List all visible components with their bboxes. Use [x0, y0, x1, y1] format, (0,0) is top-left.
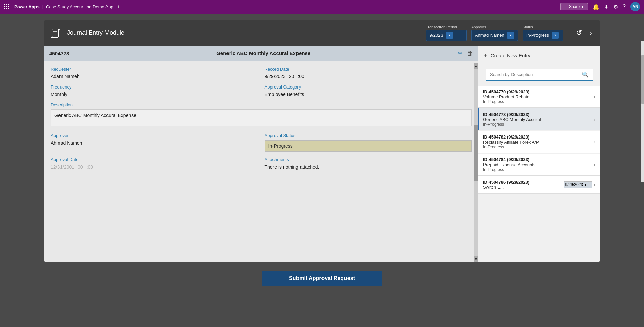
entry-chevron-icon: ›: [594, 139, 595, 145]
approver-control: Approver Ahmad Nameh ▾: [471, 25, 518, 41]
entry-item[interactable]: ID 4504770 (9/29/2023) Volume Product Re…: [478, 86, 600, 108]
bottom-area: Submit Approval Request: [44, 265, 600, 292]
entry-status: In-Progress: [483, 122, 594, 127]
form-id: 4504778: [49, 51, 69, 56]
entry-desc: Volume Product Rebate: [483, 94, 594, 99]
record-date-row: 9/29/2023 20 :00: [265, 74, 472, 79]
entry-item[interactable]: ID 4504782 (9/29/2023) Reclassify Affili…: [478, 131, 600, 153]
search-bar: 🔍: [486, 69, 593, 81]
entry-chevron-icon: ›: [594, 94, 595, 99]
plus-icon: +: [484, 52, 488, 59]
transaction-period-arrow: ▾: [446, 32, 453, 39]
approval-status-value: In-Progress: [265, 140, 472, 152]
form-row-4: Approval Date 12/31/2001 00 :00 Attachme…: [51, 157, 472, 170]
requester-value: Adam Nameh: [51, 74, 258, 79]
share-button[interactable]: ↑ Share ▾: [560, 3, 588, 10]
form-scrollbar[interactable]: ▲ ▼: [474, 63, 478, 262]
approval-category-value: Employee Benefits: [265, 92, 472, 97]
status-dropdown[interactable]: In-Progress ▾: [523, 30, 563, 41]
attachments-value: There is nothing attached.: [265, 164, 472, 170]
user-avatar[interactable]: AN: [630, 2, 640, 11]
entry-status: In-Progress: [483, 167, 594, 172]
status-label: Status: [523, 25, 563, 29]
download-icon[interactable]: ⬇: [604, 4, 609, 10]
form-panel: 4504778 Generic ABC Monthly Accural Expe…: [44, 46, 478, 262]
settings-icon[interactable]: ⚙: [613, 4, 618, 10]
transaction-period-dropdown[interactable]: 9/2023 ▾: [426, 30, 467, 41]
entry-chevron-icon: ›: [594, 117, 595, 122]
approval-category-field: Approval Category Employee Benefits: [265, 84, 472, 97]
top-bar: Power Apps | Case Study Accounting Demo …: [0, 0, 644, 14]
entry-id: ID 4504770 (9/29/2023): [483, 89, 594, 94]
description-input[interactable]: Generic ABC Monthly Accural Expense: [51, 109, 472, 126]
entry-status: In-Progress: [483, 145, 594, 149]
approval-status-label: Approval Status: [265, 133, 472, 138]
top-bar-right: ↑ Share ▾ 🔔 ⬇ ⚙ ? AN: [560, 2, 640, 11]
approver-dropdown[interactable]: Ahmad Nameh ▾: [471, 30, 518, 41]
approval-status-field: Approval Status In-Progress: [265, 133, 472, 152]
requester-label: Requester: [51, 67, 258, 72]
entry-item[interactable]: ID 4504786 (9/29/2023) Switch E... › 9/2…: [478, 176, 600, 194]
list-panel: + Create New Entry 🔍 ID 4504770 (9/29/20…: [478, 46, 600, 262]
entry-id: ID 4504782 (9/29/2023): [483, 134, 594, 140]
share-icon: ↑: [565, 4, 567, 9]
entry-item[interactable]: ID 4504778 (9/29/2023) Generic ABC Month…: [478, 108, 600, 130]
notifications-icon[interactable]: 🔔: [593, 4, 599, 10]
form-body: Requester Adam Nameh Record Date 9/29/20…: [44, 61, 478, 260]
status-control: Status In-Progress ▾: [523, 25, 563, 41]
share-chevron-icon: ▾: [582, 5, 583, 9]
form-row-1: Requester Adam Nameh Record Date 9/29/20…: [51, 67, 472, 79]
waffle-icon[interactable]: [4, 4, 9, 9]
entry-desc: Prepaid Expense Accounts: [483, 162, 594, 167]
app-name: Power Apps: [14, 4, 40, 9]
navigate-forward-button[interactable]: ›: [588, 27, 593, 39]
frequency-value: Monthly: [51, 92, 258, 97]
top-bar-divider: |: [42, 4, 43, 9]
date-dropdown[interactable]: 9/29/2023 ▾: [564, 181, 592, 188]
search-container: 🔍: [478, 66, 600, 86]
entry-info: ID 4504770 (9/29/2023) Volume Product Re…: [483, 89, 594, 104]
frequency-label: Frequency: [51, 84, 258, 90]
create-entry-button[interactable]: + Create New Entry: [478, 46, 600, 66]
form-panel-header: 4504778 Generic ABC Monthly Accural Expe…: [44, 46, 478, 61]
approval-date-row: 12/31/2001 00 :00: [51, 164, 258, 170]
entries-list: ID 4504770 (9/29/2023) Volume Product Re…: [478, 86, 600, 262]
edit-button[interactable]: ✏: [458, 50, 463, 57]
entry-chevron-icon: ›: [594, 162, 595, 167]
approval-category-label: Approval Category: [265, 84, 472, 90]
form-approver-value: Ahmad Nameh: [51, 140, 258, 146]
delete-button[interactable]: 🗑: [467, 50, 473, 57]
record-date-suffix: :00: [297, 74, 304, 79]
content-layout: 4504778 Generic ABC Monthly Accural Expe…: [44, 46, 600, 262]
description-label: Description: [51, 102, 472, 107]
frequency-field: Frequency Monthly: [51, 84, 258, 97]
description-section: Description Generic ABC Monthly Accural …: [51, 102, 472, 126]
approval-date-suffix: :00: [87, 164, 93, 170]
status-arrow: ▾: [552, 32, 559, 39]
submit-approval-button[interactable]: Submit Approval Request: [262, 271, 382, 286]
approval-date-num: 00: [78, 164, 83, 170]
header-controls: Transaction Period 9/2023 ▾ Approver Ahm…: [426, 25, 593, 41]
entry-item[interactable]: ID 4504784 (9/29/2023) Prepaid Expense A…: [478, 154, 600, 176]
transaction-period-control: Transaction Period 9/2023 ▾: [426, 25, 467, 41]
transaction-period-label: Transaction Period: [426, 25, 467, 29]
entry-status: In-Progress: [483, 99, 594, 104]
form-approver-label: Approver: [51, 133, 258, 138]
form-row-2: Frequency Monthly Approval Category Empl…: [51, 84, 472, 97]
entry-desc: Reclassify Affiliate Forex A/P: [483, 140, 594, 145]
approver-field: Approver Ahmad Nameh: [51, 133, 258, 152]
record-date-num: 20: [289, 74, 294, 79]
attachments-label: Attachments: [265, 157, 472, 162]
approval-date-field: Approval Date 12/31/2001 00 :00: [51, 157, 258, 170]
help-icon[interactable]: ?: [623, 4, 626, 10]
entry-info: ID 4504782 (9/29/2023) Reclassify Affili…: [483, 134, 594, 149]
form-header-icons: ✏ 🗑: [458, 50, 473, 57]
entry-chevron-icon: ›: [594, 182, 595, 187]
info-icon[interactable]: ℹ: [117, 4, 119, 9]
entry-id: ID 4504778 (9/29/2023): [483, 112, 594, 117]
search-input[interactable]: [490, 72, 582, 77]
refresh-button[interactable]: ↺: [575, 27, 583, 39]
module-icon: [51, 28, 62, 39]
entry-info: ID 4504778 (9/29/2023) Generic ABC Month…: [483, 112, 594, 127]
search-icon[interactable]: 🔍: [582, 71, 589, 78]
